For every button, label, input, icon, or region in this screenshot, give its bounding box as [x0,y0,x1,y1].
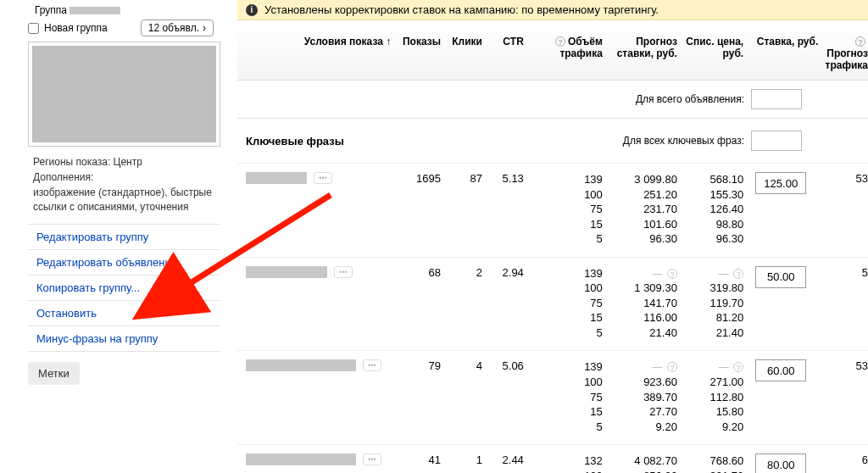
new-group-label: Новая группа [44,22,141,34]
cell-traffic-volume: 13910075155 [524,172,603,247]
cell-forecast-bid: 4 082.70856.00364.20110.6066.50 [603,454,677,473]
cell-clicks: 1 [441,454,482,473]
regions-label: Регионы показа: Центр [33,155,215,169]
keywords-label: Ключевые фразы [237,135,623,147]
bid-input[interactable] [755,172,806,194]
main-table-area: Условия показа ↑ Показы Клики CTR ?Объём… [237,24,868,473]
cell-traffic-prognosis: 5 [818,266,868,341]
ad-count-label: 12 объявл. [148,22,199,34]
bid-input[interactable] [755,454,806,473]
cell-shows: 68 [391,266,441,341]
all-ad-bid-label: Для всего объявления: [237,93,751,105]
edit-ads-link[interactable]: Редактировать объявления [28,250,220,275]
table-row: •••4112.44132100751554 082.70856.00364.2… [237,444,868,473]
keyword-menu-icon[interactable]: ••• [363,454,381,465]
cell-traffic-volume: 13910075155 [524,359,603,434]
cell-traffic-prognosis: 53 [818,359,868,434]
group-meta: Регионы показа: Центр Дополнения: изобра… [28,152,220,219]
labels-button[interactable]: Метки [28,362,80,385]
keywords-section-heading: Ключевые фразы Для всех ключевых фраз: [237,119,868,163]
cell-writeoff-price: — ?319.80119.7081.2021.40 [677,266,743,341]
header-forecast-bid[interactable]: Прогноз ставки, руб. [603,36,677,71]
cell-shows: 79 [391,359,441,434]
cell-ctr: 2.94 [482,266,524,341]
banner-text: Установлены корректировки ставок на камп… [264,3,659,16]
edit-group-link[interactable]: Редактировать группу [28,225,220,250]
cell-traffic-volume: 13910075155 [524,266,603,341]
header-traffic-prog[interactable]: ?Прогноз трафика [818,36,868,71]
bid-input[interactable] [755,266,806,288]
keyword-redacted [246,266,327,278]
keyword-redacted [246,359,356,371]
info-icon: i [246,4,258,16]
header-ctr[interactable]: CTR [482,36,524,71]
all-keywords-bid-label: Для всех ключевых фраз: [623,135,744,147]
chevron-right-icon: › [203,22,206,34]
header-writeoff[interactable]: Спис. цена, руб. [677,36,743,71]
group-name-redacted [70,7,120,14]
all-ad-bid-row: Для всего объявления: [237,81,868,119]
additions-label: Дополнения: [33,170,215,184]
cell-forecast-bid: — ?1 309.30141.70116.0021.40 [603,266,677,341]
adjustments-banner: i Установлены корректировки ставок на ка… [237,0,868,20]
sidebar: Группа Новая группа 12 объявл. › Регионы… [28,0,220,385]
keyword-redacted [246,454,356,465]
cell-ctr: 5.13 [482,172,524,247]
cell-shows: 1695 [391,172,441,247]
group-action-list: Редактировать группу Редактировать объяв… [28,224,220,352]
cell-traffic-prognosis: 53 [818,172,868,247]
ad-preview-image [32,46,216,142]
cell-clicks: 2 [441,266,482,341]
cell-writeoff-price: 768.60301.70172.5090.6066.50 [677,454,743,473]
table-row: •••7945.0613910075155— ?923.60389.7027.7… [237,350,868,444]
all-ad-bid-input[interactable] [751,89,802,109]
keyword-menu-icon[interactable]: ••• [314,172,332,184]
group-select-checkbox[interactable] [28,23,39,34]
minus-phrases-link[interactable]: Минус-фразы на группу [28,326,220,352]
header-clicks[interactable]: Клики [441,36,482,71]
all-keywords-bid-input[interactable] [751,131,802,151]
cell-traffic-prognosis: 6 [818,454,868,473]
header-conditions[interactable]: Условия показа ↑ [237,36,391,71]
table-row: •••6822.9413910075155— ?1 309.30141.7011… [237,257,868,351]
table-row: •••1695875.13139100751553 099.80251.2023… [237,163,868,257]
ad-preview-card [28,42,220,147]
keyword-menu-icon[interactable]: ••• [334,266,353,278]
cell-traffic-volume: 13210075155 [524,454,603,473]
cell-forecast-bid: 3 099.80251.20231.70101.6096.30 [603,172,677,247]
additions-body: изображение (стандартное), быстрые ссылк… [33,186,215,213]
header-traffic-vol[interactable]: ?Объём трафика [524,36,603,71]
cell-writeoff-price: — ?271.00112.8015.809.20 [677,359,743,434]
ads-count-button[interactable]: 12 объявл. › [141,19,214,36]
table-header: Условия показа ↑ Показы Клики CTR ?Объём… [237,24,868,81]
cell-clicks: 4 [441,359,482,434]
keyword-menu-icon[interactable]: ••• [363,359,381,371]
header-shows[interactable]: Показы [391,36,441,71]
cell-forecast-bid: — ?923.60389.7027.709.20 [603,359,677,434]
bid-input[interactable] [755,359,806,381]
group-heading: Группа [28,0,220,18]
cell-ctr: 5.06 [482,359,524,434]
keyword-redacted [246,172,307,184]
header-bid[interactable]: Ставка, руб. [743,36,818,71]
cell-shows: 41 [391,454,441,473]
cell-ctr: 2.44 [482,454,524,473]
stop-link[interactable]: Остановить [28,301,220,326]
cell-writeoff-price: 568.10155.30126.4098.8096.30 [677,172,743,247]
cell-clicks: 87 [441,172,482,247]
copy-group-link[interactable]: Копировать группу... [28,275,220,301]
